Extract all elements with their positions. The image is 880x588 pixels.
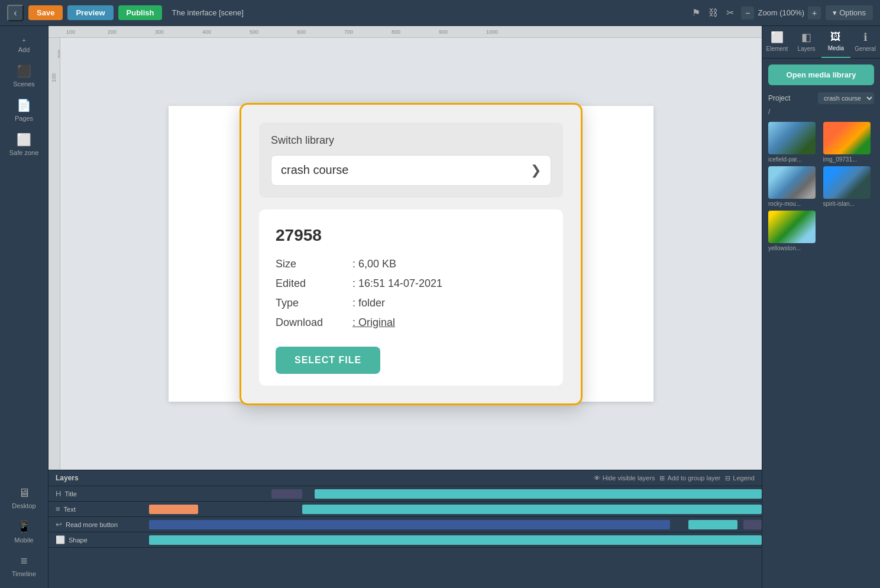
- legend-control[interactable]: ⊟ Legend: [725, 474, 755, 482]
- zoom-label: Zoom (100%): [758, 8, 804, 17]
- layer-bar-text-0: [149, 505, 198, 514]
- project-select[interactable]: crash course: [818, 92, 874, 104]
- media-grid: icefield-par... img_09731... rocky-mou..…: [768, 122, 874, 251]
- edited-label: Edited: [276, 277, 352, 290]
- tab-media-label: Media: [828, 45, 844, 51]
- layer-row-title[interactable]: H Title: [48, 486, 762, 502]
- right-panel: ⬜ Element ◧ Layers 🖼 Media ℹ General Ope…: [762, 26, 880, 588]
- save-button[interactable]: Save: [28, 5, 63, 20]
- desktop-icon: 🖥: [18, 486, 30, 500]
- layer-name-shape: ⬜ Shape: [48, 535, 149, 544]
- media-item-icefield[interactable]: icefield-par...: [768, 122, 820, 163]
- zoom-controls: − Zoom (100%) +: [741, 7, 821, 20]
- safe-zone-icon: ⬜: [17, 133, 31, 147]
- media-item-rocky[interactable]: rocky-mou...: [768, 166, 820, 207]
- add-icon: +: [22, 37, 25, 44]
- sidebar-item-mobile[interactable]: 📱 Mobile: [4, 515, 45, 548]
- media-label-yellowstone: yellowston...: [768, 245, 816, 251]
- layer-timeline-shape: [149, 532, 762, 547]
- media-thumb-img09731: [823, 122, 871, 154]
- layer-bar-read-more-1: [688, 520, 737, 529]
- layers-panel: Layers 👁 Hide visible layers ⊞ Add to gr…: [48, 470, 762, 588]
- media-thumb-yellowstone: [768, 211, 816, 243]
- select-file-button[interactable]: SELECT FILE: [276, 347, 380, 374]
- sidebar-item-safe-zone-label: Safe zone: [9, 149, 39, 156]
- sidebar-item-desktop[interactable]: 🖥 Desktop: [4, 482, 45, 514]
- sidebar-item-pages-label: Pages: [15, 115, 33, 122]
- tab-element[interactable]: ⬜ Element: [762, 26, 792, 58]
- flag-icon[interactable]: ⚑: [690, 5, 703, 21]
- mobile-icon: 📱: [17, 520, 31, 534]
- toolbar-icons: ⚑ ⛓ ✂: [690, 5, 736, 21]
- ruler-horizontal: 100 200 300 400 500 600 700 800 900 1000: [48, 26, 762, 38]
- layer-bar-text-1: [302, 505, 762, 514]
- sidebar-item-pages[interactable]: 📄 Pages: [4, 93, 45, 127]
- layer-timeline-title: [149, 486, 762, 501]
- media-item-yellowstone[interactable]: yellowston...: [768, 211, 820, 251]
- publish-button[interactable]: Publish: [118, 5, 163, 20]
- sidebar-item-add[interactable]: + Add: [4, 32, 45, 58]
- right-panel-tabs: ⬜ Element ◧ Layers 🖼 Media ℹ General: [762, 26, 880, 59]
- toolbar: ‹ Save Preview Publish The interface [sc…: [0, 0, 880, 26]
- size-value: : 6,00 KB: [352, 258, 396, 270]
- file-info-section: 27958 Size : 6,00 KB Edited : 16:51 14-0…: [259, 209, 563, 386]
- sidebar-item-mobile-label: Mobile: [14, 537, 33, 544]
- media-item-spirit[interactable]: spirit-islan...: [823, 166, 875, 207]
- open-media-library-button[interactable]: Open media library: [768, 64, 874, 85]
- media-item-img09731[interactable]: img_09731...: [823, 122, 875, 163]
- download-link[interactable]: : Original: [352, 316, 395, 329]
- project-label: Project: [768, 94, 790, 102]
- zoom-out-button[interactable]: −: [741, 7, 754, 20]
- type-value: : folder: [352, 297, 385, 309]
- media-label-spirit: spirit-islan...: [823, 201, 871, 207]
- options-button[interactable]: ▾ Options: [826, 5, 873, 20]
- layers-controls: 👁 Hide visible layers ⊞ Add to group lay…: [594, 474, 755, 482]
- file-id: 27958: [276, 226, 546, 245]
- main-layout: + Add ⬛ Scenes 📄 Pages ⬜ Safe zone 🖥 Des…: [0, 26, 880, 588]
- sidebar-item-timeline[interactable]: ≡ Timeline: [4, 550, 45, 582]
- left-sidebar: + Add ⬛ Scenes 📄 Pages ⬜ Safe zone 🖥 Des…: [0, 26, 48, 588]
- layers-title: Layers: [56, 474, 79, 482]
- add-to-group-control[interactable]: ⊞ Add to group layer: [659, 474, 720, 482]
- back-button[interactable]: ‹: [7, 5, 24, 21]
- canvas-with-ruler: 100200 300 400 500 600: [48, 38, 762, 470]
- canvas-content: Switch library crash course ❯ 27958: [60, 38, 762, 470]
- legend-icon: ⊟: [725, 474, 730, 482]
- ruler-vertical: 100200 300 400 500 600: [48, 38, 60, 470]
- zoom-in-button[interactable]: +: [808, 7, 821, 20]
- link-icon[interactable]: ⛓: [706, 5, 720, 21]
- media-thumb-spirit: [823, 166, 871, 199]
- sidebar-item-scenes-label: Scenes: [13, 80, 35, 88]
- layer-timeline-text: [149, 502, 762, 516]
- sidebar-item-safe-zone[interactable]: ⬜ Safe zone: [4, 128, 45, 161]
- tab-layers-label: Layers: [798, 46, 816, 52]
- general-tab-icon: ℹ: [863, 31, 868, 44]
- switch-library-title: Switch library: [271, 134, 551, 147]
- media-label-img09731: img_09731...: [823, 156, 871, 163]
- tab-general[interactable]: ℹ General: [850, 26, 880, 58]
- edited-row: Edited : 16:51 14-07-2021: [276, 277, 546, 290]
- media-thumb-icefield: [768, 122, 816, 154]
- sidebar-item-scenes[interactable]: ⬛ Scenes: [4, 59, 45, 92]
- preview-button[interactable]: Preview: [67, 5, 113, 20]
- layer-icon-text: ≡: [56, 505, 60, 513]
- download-label: Download: [276, 316, 352, 329]
- media-tab-icon: 🖼: [830, 31, 841, 43]
- layer-row-read-more[interactable]: ↩ Read more button: [48, 517, 762, 532]
- unlink-icon[interactable]: ✂: [724, 5, 736, 21]
- tab-layers[interactable]: ◧ Layers: [792, 26, 821, 58]
- layer-icon-read-more: ↩: [56, 520, 62, 529]
- hide-visible-control[interactable]: 👁 Hide visible layers: [594, 474, 655, 482]
- size-row: Size : 6,00 KB: [276, 258, 546, 270]
- tab-media[interactable]: 🖼 Media: [821, 26, 851, 58]
- canvas-column: 100 200 300 400 500 600 700 800 900 1000…: [48, 26, 762, 588]
- layer-row-shape[interactable]: ⬜ Shape: [48, 532, 762, 548]
- page-canvas: Switch library crash course ❯ 27958: [169, 106, 653, 402]
- layer-name-read-more: ↩ Read more button: [48, 520, 149, 529]
- layer-bar-title-0: [271, 489, 302, 499]
- layer-bar-read-more-0: [149, 520, 670, 529]
- options-arrow-icon: ▾: [833, 8, 837, 17]
- library-dropdown[interactable]: crash course ❯: [271, 155, 551, 186]
- layer-row-text[interactable]: ≡ Text: [48, 502, 762, 517]
- modal-overlay: Switch library crash course ❯ 27958: [169, 106, 653, 402]
